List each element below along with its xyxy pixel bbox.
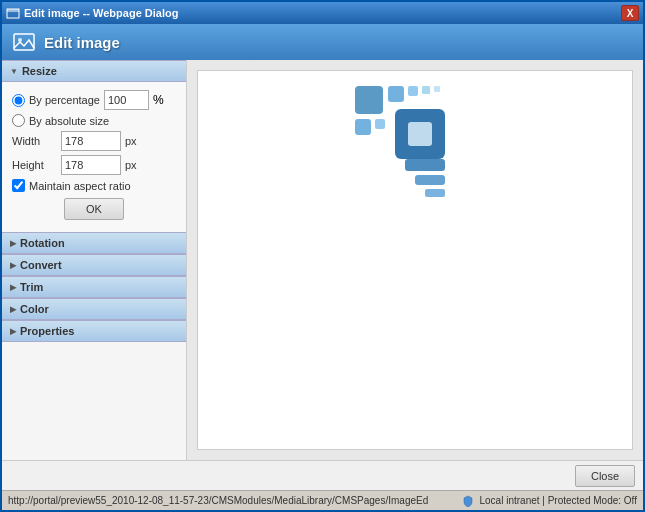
- percentage-unit: %: [153, 93, 164, 107]
- height-unit: px: [125, 159, 137, 171]
- svg-rect-5: [388, 86, 404, 102]
- color-section-header[interactable]: ▶ Color: [2, 298, 186, 320]
- resize-section-content: By percentage % By absolute size Width p…: [2, 82, 186, 232]
- by-absolute-label: By absolute size: [29, 115, 109, 127]
- width-input[interactable]: [61, 131, 121, 151]
- left-panel: ▼ Resize By percentage % By absolute siz…: [2, 60, 187, 460]
- svg-rect-11: [405, 159, 445, 171]
- maintain-aspect-label: Maintain aspect ratio: [29, 180, 131, 192]
- ok-button[interactable]: OK: [64, 198, 124, 220]
- resize-section-label: Resize: [22, 65, 57, 77]
- by-absolute-radio[interactable]: [12, 114, 25, 127]
- svg-rect-8: [375, 119, 385, 129]
- svg-rect-6: [408, 86, 418, 96]
- rotation-section-header[interactable]: ▶ Rotation: [2, 232, 186, 254]
- title-bar: Edit image -- Webpage Dialog X: [2, 2, 643, 24]
- percentage-input[interactable]: [104, 90, 149, 110]
- properties-section-header[interactable]: ▶ Properties: [2, 320, 186, 342]
- bottom-bar: Close: [2, 460, 643, 490]
- title-close-button[interactable]: X: [621, 5, 639, 21]
- header-bar: Edit image: [2, 24, 643, 60]
- by-percentage-label: By percentage: [29, 94, 100, 106]
- svg-rect-1: [7, 9, 19, 12]
- cms-logo: [350, 81, 480, 211]
- by-percentage-row: By percentage %: [12, 90, 176, 110]
- security-icon: [462, 495, 474, 507]
- svg-rect-14: [422, 86, 430, 94]
- header-title: Edit image: [44, 34, 120, 51]
- edit-image-icon: [12, 30, 36, 54]
- by-percentage-radio[interactable]: [12, 94, 25, 107]
- rotation-label: Rotation: [20, 237, 65, 249]
- height-input[interactable]: [61, 155, 121, 175]
- properties-arrow-icon: ▶: [10, 327, 16, 336]
- status-security-text: Local intranet | Protected Mode: Off: [480, 495, 638, 506]
- trim-label: Trim: [20, 281, 43, 293]
- window-icon: [6, 6, 20, 20]
- status-url: http://portal/preview55_2010-12-08_11-57…: [8, 495, 456, 506]
- convert-label: Convert: [20, 259, 62, 271]
- svg-rect-7: [355, 119, 371, 135]
- svg-rect-12: [415, 175, 445, 185]
- content-area: ▼ Resize By percentage % By absolute siz…: [2, 60, 643, 460]
- collapsed-sections: ▶ Rotation ▶ Convert ▶ Trim ▶ Color ▶: [2, 232, 186, 342]
- height-label: Height: [12, 159, 57, 171]
- main-window: Edit image -- Webpage Dialog X Edit imag…: [0, 0, 645, 512]
- svg-rect-13: [425, 189, 445, 197]
- svg-rect-4: [355, 86, 383, 114]
- resize-section-header[interactable]: ▼ Resize: [2, 60, 186, 82]
- width-row: Width px: [12, 131, 176, 151]
- status-bar: http://portal/preview55_2010-12-08_11-57…: [2, 490, 643, 510]
- trim-section-header[interactable]: ▶ Trim: [2, 276, 186, 298]
- close-button[interactable]: Close: [575, 465, 635, 487]
- by-absolute-row: By absolute size: [12, 114, 176, 127]
- trim-arrow-icon: ▶: [10, 283, 16, 292]
- color-arrow-icon: ▶: [10, 305, 16, 314]
- window-title: Edit image -- Webpage Dialog: [24, 7, 178, 19]
- color-label: Color: [20, 303, 49, 315]
- convert-section-header[interactable]: ▶ Convert: [2, 254, 186, 276]
- title-bar-left: Edit image -- Webpage Dialog: [6, 6, 178, 20]
- maintain-aspect-checkbox[interactable]: [12, 179, 25, 192]
- image-preview-panel: [197, 70, 633, 450]
- width-label: Width: [12, 135, 57, 147]
- width-unit: px: [125, 135, 137, 147]
- svg-rect-10: [408, 122, 432, 146]
- properties-label: Properties: [20, 325, 74, 337]
- height-row: Height px: [12, 155, 176, 175]
- rotation-arrow-icon: ▶: [10, 239, 16, 248]
- maintain-aspect-row: Maintain aspect ratio: [12, 179, 176, 192]
- svg-rect-15: [434, 86, 440, 92]
- resize-arrow-icon: ▼: [10, 67, 18, 76]
- convert-arrow-icon: ▶: [10, 261, 16, 270]
